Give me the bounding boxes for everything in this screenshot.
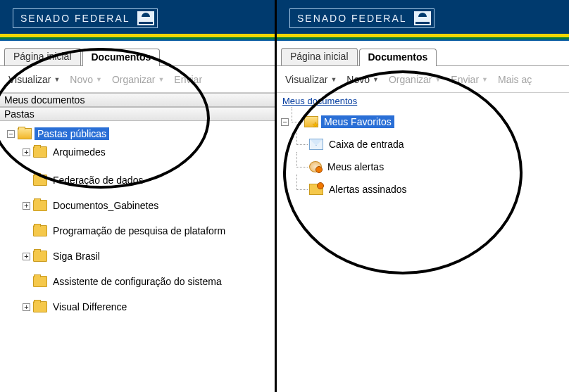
tab-documentos-label: Documentos	[92, 51, 151, 63]
tree-item-federacao[interactable]: Federação de dados	[7, 171, 273, 189]
tree-item-programacao[interactable]: Programação de pesquisa de plataform	[7, 222, 273, 240]
my-documents-tree: − Meus Favoritos Caixa de entrada Meus a…	[277, 109, 569, 202]
brand-text: SENADO FEDERAL	[20, 13, 130, 24]
panel-divider	[275, 0, 277, 392]
section-folders[interactable]: Pastas	[0, 107, 275, 121]
brand-stripes	[0, 34, 275, 41]
header: SENADO FEDERAL	[277, 0, 569, 34]
tree-item-label: Caixa de entrada	[326, 138, 407, 151]
toolbar: Visualizar▼ Novo▼ Organizar▼ Enviar	[0, 66, 275, 93]
tb-organizar: Organizar▼	[108, 72, 168, 87]
tb-organizar-label: Organizar	[389, 74, 432, 85]
folder-icon	[33, 146, 47, 158]
tb-visualizar-label: Visualizar	[8, 74, 51, 85]
brand-text: SENADO FEDERAL	[297, 13, 407, 24]
tb-organizar: Organizar▼	[384, 72, 445, 87]
folder-icon	[33, 276, 47, 287]
tab-home[interactable]: Página inicial	[281, 48, 358, 65]
chevron-down-icon: ▼	[96, 76, 102, 83]
tree-item-gabinetes[interactable]: + Documentos_Gabinetes	[7, 196, 273, 215]
tree-item-visual[interactable]: + Visual Difference	[7, 298, 273, 316]
expand-icon[interactable]: +	[23, 253, 30, 260]
tab-home-label: Página inicial	[290, 51, 349, 62]
senado-logo-icon	[414, 11, 431, 25]
tree-item-siga[interactable]: + Siga Brasil	[7, 247, 273, 265]
tree-line	[296, 175, 308, 190]
panel-left: SENADO FEDERAL Página inicial Documentos…	[0, 0, 275, 392]
tree-item-label: Visual Difference	[50, 301, 130, 313]
expand-icon[interactable]: +	[23, 148, 30, 156]
tree-line	[292, 107, 303, 122]
tb-mais: Mais aç	[494, 72, 536, 87]
favorites-folder-icon	[304, 116, 318, 127]
tab-home[interactable]: Página inicial	[4, 48, 81, 65]
tab-bar: Página inicial Documentos	[0, 41, 275, 66]
tree-item-assinados[interactable]: Alertas assinados	[281, 180, 568, 198]
section-my-documents-label: Meus documentos	[4, 94, 85, 106]
expand-icon[interactable]: +	[23, 202, 30, 210]
folder-open-icon	[18, 128, 32, 139]
tb-visualizar-label: Visualizar	[285, 74, 327, 85]
brand-box: SENADO FEDERAL	[13, 8, 158, 28]
alert-icon	[309, 161, 322, 172]
tree-item-label: Arquimedes	[50, 146, 108, 158]
tree-root-expander[interactable]: − Meus Favoritos	[281, 113, 568, 131]
tree-public-folders-label: Pastas públicas	[35, 127, 109, 140]
folder-icon	[33, 251, 47, 262]
tb-novo: Novo▼	[65, 72, 106, 87]
tb-novo[interactable]: Novo▼	[342, 72, 383, 87]
folder-tree: − Pastas públicas + Arquimedes Federação…	[0, 121, 275, 320]
chevron-down-icon: ▼	[434, 76, 441, 83]
mail-icon	[309, 139, 323, 150]
folder-icon	[33, 225, 47, 236]
panel-right: SENADO FEDERAL Página inicial Documentos…	[277, 0, 569, 392]
tree-line	[296, 152, 308, 167]
tree-public-folders[interactable]: − Pastas públicas	[7, 125, 273, 143]
tree-item-label: Meus alertas	[325, 160, 387, 173]
tb-novo-label: Novo	[346, 74, 370, 85]
folder-icon	[33, 200, 47, 211]
chevron-down-icon: ▼	[482, 76, 488, 83]
tb-enviar-label: Enviar	[174, 74, 202, 85]
tree-item-arquimedes[interactable]: + Arquimedes	[7, 143, 273, 161]
chevron-down-icon: ▼	[330, 76, 337, 83]
section-folders-label: Pastas	[4, 108, 35, 120]
chevron-down-icon: ▼	[373, 76, 379, 83]
tree-item-assistente[interactable]: Assistente de configuração do sistema	[7, 272, 273, 291]
tb-mais-label: Mais aç	[498, 74, 532, 85]
toolbar: Visualizar▼ Novo▼ Organizar▼ Enviar▼ Mai…	[277, 66, 569, 93]
brand-stripes	[277, 34, 569, 41]
senado-logo-icon	[137, 11, 154, 25]
tree-item-label: Documentos_Gabinetes	[50, 199, 161, 212]
folder-icon	[33, 175, 47, 186]
chevron-down-icon: ▼	[158, 76, 164, 83]
tree-item-label: Siga Brasil	[50, 250, 103, 263]
tree-item-label: Federação de dados	[50, 174, 146, 186]
tb-visualizar[interactable]: Visualizar▼	[281, 72, 341, 87]
alert-subscribed-icon	[309, 184, 323, 195]
collapse-icon[interactable]: −	[281, 118, 289, 126]
tree-line	[296, 129, 308, 145]
brand-box: SENADO FEDERAL	[289, 8, 434, 28]
tb-novo-label: Novo	[70, 74, 93, 85]
tb-visualizar[interactable]: Visualizar▼	[4, 72, 64, 87]
tab-home-label: Página inicial	[13, 51, 72, 62]
folder-icon	[33, 301, 47, 312]
tb-enviar: Enviar	[170, 72, 206, 87]
tree-item-label: Alertas assinados	[326, 183, 410, 196]
tab-documentos[interactable]: Documentos	[82, 49, 161, 66]
tb-enviar: Enviar▼	[446, 72, 492, 87]
collapse-icon[interactable]: −	[7, 130, 15, 138]
header: SENADO FEDERAL	[0, 0, 275, 34]
chevron-down-icon: ▼	[54, 76, 60, 83]
tab-bar: Página inicial Documentos	[277, 41, 569, 66]
expand-icon[interactable]: +	[23, 303, 30, 311]
link-my-documents[interactable]: Meus documentos	[282, 96, 357, 106]
tb-organizar-label: Organizar	[112, 74, 155, 85]
tb-enviar-label: Enviar	[451, 74, 479, 85]
tree-item-inbox[interactable]: Caixa de entrada	[281, 135, 568, 153]
tree-item-label: Assistente de configuração do sistema	[50, 275, 225, 288]
tree-item-alertas[interactable]: Meus alertas	[281, 158, 568, 176]
section-my-documents[interactable]: Meus documentos	[0, 93, 275, 107]
tab-documentos[interactable]: Documentos	[359, 49, 437, 66]
